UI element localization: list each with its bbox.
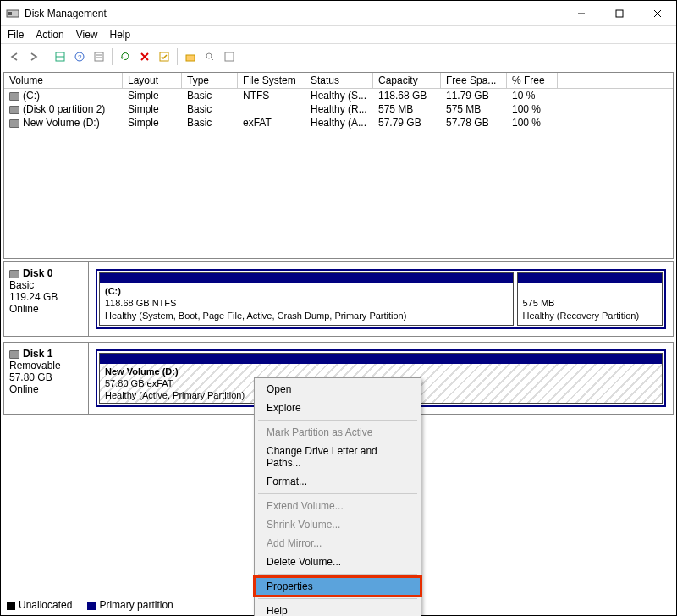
partition-c[interactable]: (C:) 118.68 GB NTFS Healthy (System, Boo… [99, 272, 514, 326]
partition-recovery[interactable]: 575 MB Healthy (Recovery Partition) [517, 272, 663, 326]
drive-icon [9, 92, 19, 101]
disk-icon [9, 270, 19, 278]
close-button[interactable] [638, 1, 676, 25]
forward-button[interactable] [25, 48, 42, 65]
menu-file[interactable]: File [8, 29, 24, 41]
svg-line-18 [211, 58, 213, 60]
swatch-unallocated [7, 602, 15, 610]
disk-row-0: Disk 0 Basic 119.24 GB Online (C:) 118.6… [3, 261, 674, 337]
ctx-change-letter[interactable]: Change Drive Letter and Paths... [255, 442, 421, 472]
menu-help[interactable]: Help [110, 29, 131, 41]
menu-action[interactable]: Action [36, 29, 63, 41]
help-icon[interactable]: ? [71, 48, 88, 65]
volume-row[interactable]: (C:) Simple Basic NTFS Healthy (S... 118… [4, 89, 673, 102]
props-icon[interactable] [221, 48, 238, 65]
drive-icon [9, 106, 19, 114]
ctx-open[interactable]: Open [255, 380, 421, 399]
volumes-table: Volume Layout Type File System Status Ca… [3, 72, 674, 259]
menu-bar: File Action View Help [1, 26, 676, 44]
col-capacity[interactable]: Capacity [373, 73, 441, 88]
volume-row[interactable]: (Disk 0 partition 2) Simple Basic Health… [4, 102, 673, 116]
svg-text:?: ? [78, 53, 82, 61]
search-icon[interactable] [201, 48, 218, 65]
col-layout[interactable]: Layout [123, 73, 182, 88]
app-icon [6, 7, 19, 20]
svg-rect-16 [186, 55, 195, 61]
drive-icon [9, 119, 19, 128]
menu-view[interactable]: View [76, 29, 98, 41]
svg-rect-1 [8, 12, 12, 15]
volume-row[interactable]: New Volume (D:) Simple Basic exFAT Healt… [4, 116, 673, 129]
col-pct[interactable]: % Free [507, 73, 558, 88]
disk-icon [9, 350, 19, 359]
disk1-info[interactable]: Disk 1 Removable 57.80 GB Online [4, 343, 89, 414]
ctx-help[interactable]: Help [255, 602, 421, 616]
list-icon[interactable] [91, 48, 107, 65]
ctx-shrink: Shrink Volume... [255, 515, 421, 534]
ctx-mark-active: Mark Partition as Active [255, 423, 421, 442]
svg-rect-10 [95, 52, 103, 61]
folder-icon[interactable] [182, 48, 199, 65]
delete-icon[interactable] [136, 48, 153, 65]
back-button[interactable] [6, 48, 23, 65]
ctx-mirror: Add Mirror... [255, 534, 421, 553]
views-icon[interactable] [52, 48, 69, 65]
check-icon[interactable] [156, 48, 173, 65]
disk0-partitions: (C:) 118.68 GB NTFS Healthy (System, Boo… [96, 269, 666, 329]
ctx-explore[interactable]: Explore [255, 399, 421, 417]
col-volume[interactable]: Volume [4, 73, 123, 88]
refresh-icon[interactable] [117, 48, 134, 65]
title-bar: Disk Management [1, 1, 676, 26]
volumes-body: (C:) Simple Basic NTFS Healthy (S... 118… [4, 89, 673, 258]
ctx-format[interactable]: Format... [255, 472, 421, 491]
maximize-button[interactable] [600, 1, 638, 25]
svg-rect-3 [616, 10, 623, 17]
volumes-header: Volume Layout Type File System Status Ca… [4, 73, 673, 89]
window-title: Disk Management [25, 8, 562, 19]
col-type[interactable]: Type [182, 73, 238, 88]
ctx-delete[interactable]: Delete Volume... [255, 553, 421, 571]
swatch-primary [87, 602, 96, 610]
ctx-extend: Extend Volume... [255, 497, 421, 515]
context-menu: Open Explore Mark Partition as Active Ch… [254, 377, 421, 616]
ctx-properties[interactable]: Properties [255, 577, 421, 596]
legend: Unallocated Primary partition [7, 599, 173, 611]
col-status[interactable]: Status [305, 73, 373, 88]
toolbar: ? [1, 44, 676, 69]
disk0-info[interactable]: Disk 0 Basic 119.24 GB Online [4, 262, 89, 336]
col-fs[interactable]: File System [238, 73, 305, 88]
minimize-button[interactable] [562, 1, 600, 25]
svg-rect-19 [225, 52, 234, 61]
col-free[interactable]: Free Spa... [441, 73, 507, 88]
